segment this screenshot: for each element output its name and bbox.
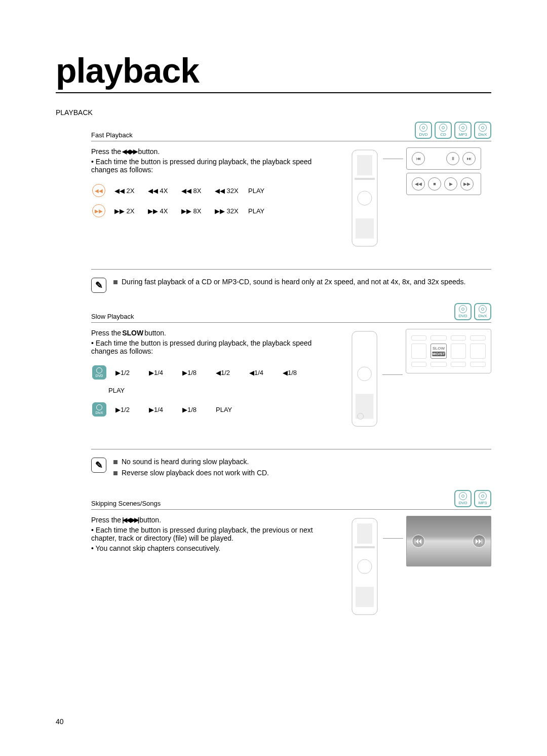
panel-ff2-icon: ▶▶ bbox=[460, 177, 474, 191]
badge-dvd: DVD bbox=[415, 122, 432, 139]
slow-press-line: Press the SLOW button. bbox=[91, 329, 339, 337]
svg-rect-4 bbox=[356, 218, 374, 239]
badge-divx: DivX bbox=[474, 303, 491, 320]
svg-rect-2 bbox=[355, 178, 375, 180]
rew-button-icon: ◀◀ bbox=[92, 184, 105, 197]
dvd-badge-small: DVD bbox=[92, 365, 106, 380]
slow-speed-table: DVD ▶1/2 ▶1/4 ▶1/8 ◀1/2 ◀1/4 ◀1/8 PLAY D… bbox=[91, 365, 339, 417]
slow-playback-section: Slow Playback DVD DivX Press the SLOW bu… bbox=[91, 303, 491, 480]
badge-cd: CD bbox=[435, 122, 452, 139]
slow-row-dvd: DVD ▶1/2 ▶1/4 ▶1/8 ◀1/2 ◀1/4 ◀1/8 bbox=[91, 365, 339, 380]
rew-ff-icon: ◀◀,▶▶ bbox=[122, 148, 137, 155]
divx-badge-small: DivX bbox=[92, 402, 106, 417]
badge-dvd: DVD bbox=[454, 490, 472, 507]
svg-rect-3 bbox=[357, 155, 372, 175]
fast-note-text: During fast playback of a CD or MP3-CD, … bbox=[122, 278, 465, 286]
slow-bullet: • Each time the button is pressed during… bbox=[91, 339, 339, 355]
front-panel-top: ⏮ ⏸ ⏭ bbox=[406, 147, 481, 170]
slow-panel: SLOW MO/ST bbox=[406, 329, 491, 373]
slow-badges: DVD DivX bbox=[454, 303, 491, 320]
front-panel-bottom: ◀◀ ■ ▶ ▶▶ bbox=[406, 173, 481, 195]
svg-rect-13 bbox=[356, 587, 374, 607]
panel-ff-icon: ⏭ bbox=[462, 152, 476, 165]
panel-stop-icon: ⏸ bbox=[446, 152, 459, 165]
slow-panel-highlight: SLOW MO/ST bbox=[431, 344, 446, 359]
skip-next-icon: ⏭ bbox=[473, 535, 486, 548]
ff-button-icon: ▶▶ bbox=[92, 204, 105, 217]
panel-stop2-icon: ■ bbox=[428, 177, 441, 191]
slow-note-2: Reverse slow playback does not work with… bbox=[122, 469, 269, 477]
fast-title: Fast Playback bbox=[91, 131, 133, 139]
page-number: 40 bbox=[56, 717, 64, 726]
fast-row-ff: ▶▶ ▶▶ 2X ▶▶ 4X ▶▶ 8X ▶▶ 32X PLAY bbox=[91, 204, 339, 217]
svg-point-1 bbox=[358, 191, 372, 205]
svg-point-6 bbox=[358, 367, 372, 381]
skip-title: Skipping Scenes/Songs bbox=[91, 500, 161, 507]
fast-row-rew: ◀◀ ◀◀ 2X ◀◀ 4X ◀◀ 8X ◀◀ 32X PLAY bbox=[91, 184, 339, 197]
section-header: PLAYBACK bbox=[56, 108, 491, 117]
skip-section: Skipping Scenes/Songs DVD MP3 Press the … bbox=[91, 490, 491, 617]
panel-play-icon: ▶ bbox=[444, 177, 457, 191]
skip-illustration: ⏮ ⏭ bbox=[349, 516, 491, 617]
panel-rew-icon: ⏮ bbox=[412, 152, 425, 165]
remote-icon bbox=[349, 329, 379, 429]
note-icon: ✎ bbox=[91, 458, 106, 473]
remote-icon bbox=[349, 147, 380, 249]
fast-bullet: • Each time the button is pressed during… bbox=[91, 158, 339, 174]
badge-mp3: MP3 bbox=[474, 490, 491, 507]
slow-title: Slow Playback bbox=[91, 313, 134, 320]
svg-rect-12 bbox=[357, 523, 372, 544]
note-icon: ✎ bbox=[91, 278, 106, 293]
slow-illustration: SLOW MO/ST bbox=[349, 329, 491, 429]
skip-bullet-2: • You cannot skip chapters consecutively… bbox=[91, 544, 339, 552]
fast-speed-table: ◀◀ ◀◀ 2X ◀◀ 4X ◀◀ 8X ◀◀ 32X PLAY ▶▶ ▶▶ 2… bbox=[91, 184, 339, 217]
skip-bullet-1: • Each time the button is pressed during… bbox=[91, 526, 339, 542]
fast-note: ✎ During fast playback of a CD or MP3-CD… bbox=[91, 269, 491, 293]
fast-press-line: Press the ◀◀,▶▶ button. bbox=[91, 147, 339, 156]
fast-playback-section: Fast Playback DVD CD MP3 DivX Press the … bbox=[91, 122, 491, 293]
svg-rect-7 bbox=[356, 394, 374, 419]
slow-row-divx: DivX ▶1/2 ▶1/4 ▶1/8 PLAY bbox=[91, 402, 339, 417]
slow-note: ✎ No sound is heard during slow playback… bbox=[91, 449, 491, 480]
panel-rew2-icon: ◀◀ bbox=[412, 177, 425, 191]
badge-divx: DivX bbox=[474, 122, 491, 139]
slow-note-1: No sound is heard during slow playback. bbox=[122, 458, 249, 466]
skip-press-line: Press the |◀◀,▶▶| button. bbox=[91, 516, 339, 524]
fast-illustration: ⏮ ⏸ ⏭ ◀◀ ■ ▶ ▶▶ bbox=[349, 147, 491, 249]
skip-icon: |◀◀,▶▶| bbox=[122, 516, 138, 523]
skip-badges: DVD MP3 bbox=[454, 490, 491, 507]
badge-dvd: DVD bbox=[454, 303, 472, 320]
skip-screen-image: ⏮ ⏭ bbox=[406, 516, 491, 566]
badge-mp3: MP3 bbox=[454, 122, 472, 139]
remote-icon bbox=[349, 516, 380, 617]
svg-point-10 bbox=[358, 559, 372, 574]
page-title: playback bbox=[56, 51, 491, 93]
fast-badges: DVD CD MP3 DivX bbox=[415, 122, 491, 139]
skip-prev-icon: ⏮ bbox=[412, 535, 425, 548]
slow-label: SLOW bbox=[122, 329, 143, 337]
svg-rect-11 bbox=[355, 546, 375, 548]
